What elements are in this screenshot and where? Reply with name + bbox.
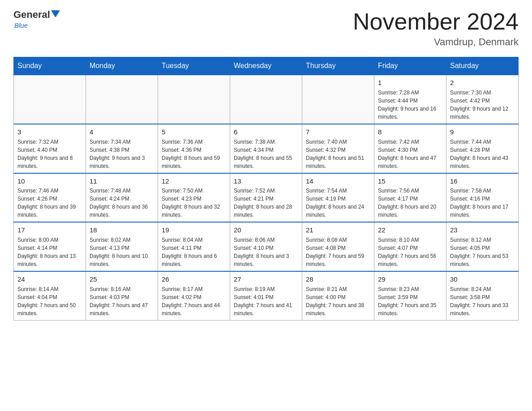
day-info: Sunrise: 8:06 AM Sunset: 4:10 PM Dayligh… [234,236,298,268]
day-number: 10 [17,176,82,186]
calendar-day-cell: 5Sunrise: 7:36 AM Sunset: 4:36 PM Daylig… [158,124,230,173]
day-info: Sunrise: 7:32 AM Sunset: 4:40 PM Dayligh… [17,138,82,170]
day-header-sunday: Sunday [14,57,86,75]
calendar-week-row: 3Sunrise: 7:32 AM Sunset: 4:40 PM Daylig… [14,124,519,173]
calendar-day-cell: 20Sunrise: 8:06 AM Sunset: 4:10 PM Dayli… [230,222,302,271]
calendar-day-cell: 6Sunrise: 7:38 AM Sunset: 4:34 PM Daylig… [230,124,302,173]
calendar-day-cell: 30Sunrise: 8:24 AM Sunset: 3:58 PM Dayli… [446,271,519,320]
calendar-week-row: 24Sunrise: 8:14 AM Sunset: 4:04 PM Dayli… [14,271,519,320]
day-number: 13 [234,176,298,186]
day-number: 25 [90,274,154,284]
calendar-day-cell: 19Sunrise: 8:04 AM Sunset: 4:11 PM Dayli… [158,222,230,271]
day-info: Sunrise: 8:16 AM Sunset: 4:03 PM Dayligh… [90,285,154,317]
day-info: Sunrise: 7:50 AM Sunset: 4:23 PM Dayligh… [162,187,226,219]
day-number: 16 [450,176,515,186]
day-number: 5 [162,127,226,137]
day-info: Sunrise: 7:58 AM Sunset: 4:16 PM Dayligh… [450,187,515,219]
calendar-day-cell: 27Sunrise: 8:19 AM Sunset: 4:01 PM Dayli… [230,271,302,320]
day-info: Sunrise: 8:14 AM Sunset: 4:04 PM Dayligh… [17,285,82,317]
day-info: Sunrise: 8:19 AM Sunset: 4:01 PM Dayligh… [234,285,298,317]
calendar-day-cell: 24Sunrise: 8:14 AM Sunset: 4:04 PM Dayli… [14,271,86,320]
title-area: November 2024 Vamdrup, Denmark [353,9,519,48]
day-number: 2 [450,78,515,88]
calendar-day-cell [158,75,230,124]
calendar-day-cell: 11Sunrise: 7:48 AM Sunset: 4:24 PM Dayli… [86,173,158,223]
day-number: 8 [378,127,442,137]
day-info: Sunrise: 8:10 AM Sunset: 4:07 PM Dayligh… [378,236,442,268]
day-number: 18 [90,225,154,235]
calendar-day-cell: 12Sunrise: 7:50 AM Sunset: 4:23 PM Dayli… [158,173,230,223]
location-title: Vamdrup, Denmark [353,36,519,48]
day-number: 24 [17,274,82,284]
calendar-day-cell: 23Sunrise: 8:12 AM Sunset: 4:05 PM Dayli… [446,222,519,271]
day-info: Sunrise: 7:34 AM Sunset: 4:38 PM Dayligh… [90,138,154,170]
day-info: Sunrise: 7:30 AM Sunset: 4:42 PM Dayligh… [450,89,515,121]
day-info: Sunrise: 8:23 AM Sunset: 3:59 PM Dayligh… [378,285,442,317]
calendar-day-cell: 29Sunrise: 8:23 AM Sunset: 3:59 PM Dayli… [374,271,446,320]
day-number: 19 [162,225,226,235]
day-number: 22 [378,225,442,235]
calendar-day-cell: 4Sunrise: 7:34 AM Sunset: 4:38 PM Daylig… [86,124,158,173]
header: General Blue November 2024 Vamdrup, Denm… [13,9,519,48]
calendar-day-cell: 1Sunrise: 7:28 AM Sunset: 4:44 PM Daylig… [374,75,446,124]
day-header-monday: Monday [86,57,158,75]
logo-blue-text: Blue [14,21,28,29]
day-number: 20 [234,225,298,235]
day-info: Sunrise: 7:44 AM Sunset: 4:28 PM Dayligh… [450,138,515,170]
calendar-day-cell: 14Sunrise: 7:54 AM Sunset: 4:19 PM Dayli… [302,173,374,223]
day-info: Sunrise: 7:42 AM Sunset: 4:30 PM Dayligh… [378,138,442,170]
month-title: November 2024 [353,9,519,34]
day-info: Sunrise: 7:36 AM Sunset: 4:36 PM Dayligh… [162,138,226,170]
calendar-week-row: 10Sunrise: 7:46 AM Sunset: 4:26 PM Dayli… [14,173,519,223]
day-number: 11 [90,176,154,186]
day-number: 21 [306,225,370,235]
day-number: 7 [306,127,370,137]
day-number: 30 [450,274,515,284]
calendar-day-cell: 2Sunrise: 7:30 AM Sunset: 4:42 PM Daylig… [446,75,519,124]
calendar-day-cell: 21Sunrise: 8:08 AM Sunset: 4:08 PM Dayli… [302,222,374,271]
day-info: Sunrise: 7:48 AM Sunset: 4:24 PM Dayligh… [90,187,154,219]
day-number: 3 [17,127,82,137]
calendar-day-cell: 8Sunrise: 7:42 AM Sunset: 4:30 PM Daylig… [374,124,446,173]
day-info: Sunrise: 7:52 AM Sunset: 4:21 PM Dayligh… [234,187,298,219]
day-number: 1 [378,78,442,88]
calendar-day-cell [302,75,374,124]
day-info: Sunrise: 8:08 AM Sunset: 4:08 PM Dayligh… [306,236,370,268]
day-header-wednesday: Wednesday [230,57,302,75]
day-info: Sunrise: 7:40 AM Sunset: 4:32 PM Dayligh… [306,138,370,170]
calendar-day-cell: 16Sunrise: 7:58 AM Sunset: 4:16 PM Dayli… [446,173,519,223]
calendar-header-row: SundayMondayTuesdayWednesdayThursdayFrid… [14,57,519,75]
calendar-day-cell: 22Sunrise: 8:10 AM Sunset: 4:07 PM Dayli… [374,222,446,271]
day-number: 27 [234,274,298,284]
day-number: 17 [17,225,82,235]
calendar-day-cell [14,75,86,124]
day-info: Sunrise: 8:00 AM Sunset: 4:14 PM Dayligh… [17,236,82,268]
day-header-saturday: Saturday [446,57,519,75]
logo-triangle-icon [51,10,60,17]
calendar-day-cell [230,75,302,124]
day-info: Sunrise: 7:56 AM Sunset: 4:17 PM Dayligh… [378,187,442,219]
calendar-week-row: 1Sunrise: 7:28 AM Sunset: 4:44 PM Daylig… [14,75,519,124]
calendar-day-cell: 13Sunrise: 7:52 AM Sunset: 4:21 PM Dayli… [230,173,302,223]
day-info: Sunrise: 7:54 AM Sunset: 4:19 PM Dayligh… [306,187,370,219]
calendar-day-cell: 15Sunrise: 7:56 AM Sunset: 4:17 PM Dayli… [374,173,446,223]
calendar-day-cell: 26Sunrise: 8:17 AM Sunset: 4:02 PM Dayli… [158,271,230,320]
calendar-day-cell: 10Sunrise: 7:46 AM Sunset: 4:26 PM Dayli… [14,173,86,223]
day-number: 14 [306,176,370,186]
day-header-tuesday: Tuesday [158,57,230,75]
day-number: 12 [162,176,226,186]
day-number: 29 [378,274,442,284]
calendar-day-cell: 9Sunrise: 7:44 AM Sunset: 4:28 PM Daylig… [446,124,519,173]
day-header-thursday: Thursday [302,57,374,75]
day-info: Sunrise: 8:21 AM Sunset: 4:00 PM Dayligh… [306,285,370,317]
day-info: Sunrise: 7:28 AM Sunset: 4:44 PM Dayligh… [378,89,442,121]
day-header-friday: Friday [374,57,446,75]
day-info: Sunrise: 8:17 AM Sunset: 4:02 PM Dayligh… [162,285,226,317]
calendar-day-cell [86,75,158,124]
day-info: Sunrise: 7:46 AM Sunset: 4:26 PM Dayligh… [17,187,82,219]
day-info: Sunrise: 8:02 AM Sunset: 4:13 PM Dayligh… [90,236,154,268]
day-number: 15 [378,176,442,186]
calendar-table: SundayMondayTuesdayWednesdayThursdayFrid… [13,57,519,321]
day-info: Sunrise: 8:04 AM Sunset: 4:11 PM Dayligh… [162,236,226,268]
logo-general-text: General [13,9,50,21]
